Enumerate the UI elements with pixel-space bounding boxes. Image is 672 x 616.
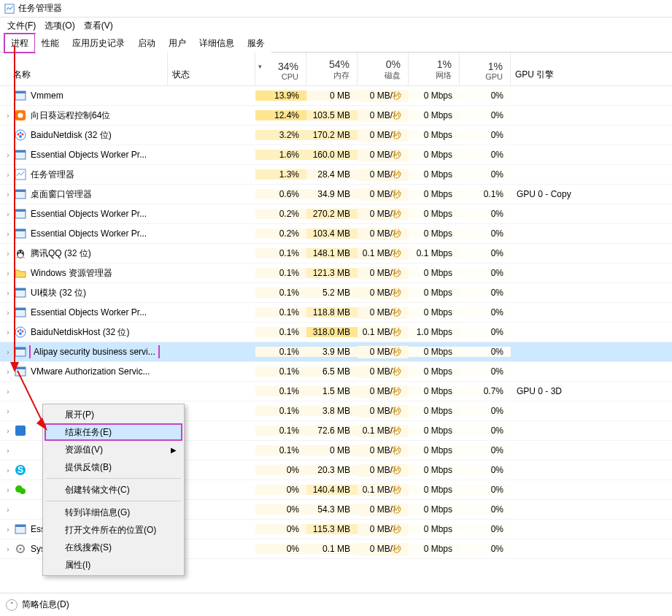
expand-chevron-icon[interactable]: › xyxy=(3,427,13,435)
process-row[interactable]: ›Alipay security business servi...0.1%3.… xyxy=(0,342,672,362)
expand-chevron-icon[interactable]: › xyxy=(3,545,13,553)
context-menu-item[interactable]: 打开文件所在的位置(O) xyxy=(45,521,182,539)
col-header-status[interactable]: 状态 xyxy=(168,53,255,85)
expand-chevron-icon[interactable]: › xyxy=(3,309,13,317)
context-menu-item[interactable]: 创建转储文件(C) xyxy=(45,481,182,498)
process-row[interactable]: ›0.1%1.5 MB0 MB/秒0 Mbps0.7%GPU 0 - 3D xyxy=(0,382,672,401)
menu-options[interactable]: 选项(O) xyxy=(40,18,79,34)
gpu-cell: 0% xyxy=(460,268,511,278)
gpu-cell: 0% xyxy=(460,524,511,534)
menu-file[interactable]: 文件(F) xyxy=(3,18,40,34)
expand-chevron-icon[interactable]: › xyxy=(3,171,13,179)
process-name: 任务管理器 xyxy=(31,169,74,181)
fewer-details-chevron-icon[interactable]: ˄ xyxy=(6,599,18,611)
process-row[interactable]: ›BaiduNetdiskHost (32 位)0.1%318.0 MB0.1 … xyxy=(0,323,672,342)
net-cell: 0 Mbps xyxy=(409,307,460,317)
expand-chevron-icon[interactable]: › xyxy=(3,269,13,277)
process-row[interactable]: ›Essential Objects Worker Pr...1.6%160.0… xyxy=(0,145,672,165)
col-header-mem[interactable]: 54%内存 xyxy=(306,53,358,85)
expand-chevron-icon[interactable]: › xyxy=(3,486,13,494)
process-row[interactable]: ›Windows 资源管理器0.1%121.3 MB0 MB/秒0 Mbps0% xyxy=(0,263,672,283)
svg-rect-11 xyxy=(15,150,26,153)
svg-point-6 xyxy=(18,134,20,136)
expand-chevron-icon[interactable]: › xyxy=(3,388,13,396)
process-icon xyxy=(15,287,26,299)
disk-cell: 0 MB/秒 xyxy=(358,464,409,477)
expand-chevron-icon[interactable]: › xyxy=(3,328,13,336)
disk-cell: 0.1 MB/秒 xyxy=(358,326,409,339)
expand-chevron-icon[interactable]: › xyxy=(3,407,13,415)
col-header-disk[interactable]: 0%磁盘 xyxy=(358,53,409,85)
tab-performance[interactable]: 性能 xyxy=(35,34,66,53)
process-row[interactable]: ›任务管理器1.3%28.4 MB0 MB/秒0 Mbps0% xyxy=(0,165,672,185)
col-header-cpu[interactable]: ▾34%CPU xyxy=(255,53,306,85)
tab-details[interactable]: 详细信息 xyxy=(193,34,241,53)
expand-chevron-icon[interactable]: › xyxy=(3,368,13,376)
col-header-gpu[interactable]: 1%GPU xyxy=(460,53,511,85)
process-row[interactable]: ›腾讯QQ (32 位)0.1%148.1 MB0.1 MB/秒0.1 Mbps… xyxy=(0,244,672,263)
svg-point-44 xyxy=(20,548,22,550)
context-menu-item[interactable]: 在线搜索(S) xyxy=(45,539,182,556)
net-cell: 0 Mbps xyxy=(409,406,460,416)
expand-chevron-icon[interactable]: › xyxy=(3,466,13,474)
process-row[interactable]: ›Essential Objects Worker Pr...0.2%103.4… xyxy=(0,224,672,244)
expand-chevron-icon[interactable]: › xyxy=(3,230,13,238)
cpu-cell: 0.1% xyxy=(255,445,306,455)
process-name: Alipay security business servi... xyxy=(31,345,158,358)
menu-view[interactable]: 查看(V) xyxy=(80,18,117,34)
process-name-cell: ›腾讯QQ (32 位) xyxy=(0,247,255,260)
disk-cell: 0 MB/秒 xyxy=(358,208,409,220)
context-menu-item[interactable]: 展开(P) xyxy=(45,406,182,423)
context-menu-item[interactable]: 资源值(V)▶ xyxy=(45,441,182,458)
process-row[interactable]: ›向日葵远程控制64位12.4%103.5 MB0 MB/秒0 Mbps0% xyxy=(0,106,672,126)
expand-chevron-icon[interactable]: › xyxy=(3,190,13,199)
net-cell: 0 Mbps xyxy=(409,169,460,180)
col-header-net[interactable]: 1%网络 xyxy=(409,53,460,85)
expand-chevron-icon[interactable]: › xyxy=(3,151,13,159)
process-icon xyxy=(15,169,26,180)
process-row[interactable]: BaiduNetdisk (32 位)3.2%170.2 MB0 MB/秒0 M… xyxy=(0,126,672,145)
tab-startup[interactable]: 启动 xyxy=(131,34,162,53)
expand-chevron-icon[interactable]: › xyxy=(3,210,13,218)
tab-apphistory[interactable]: 应用历史记录 xyxy=(66,34,131,53)
context-menu-item[interactable]: 属性(I) xyxy=(45,556,182,574)
process-row[interactable]: ›VMware Authorization Servic...0.1%6.5 M… xyxy=(0,362,672,382)
context-menu-item[interactable]: 转到详细信息(G) xyxy=(45,504,182,521)
expand-chevron-icon[interactable]: › xyxy=(3,112,13,120)
cpu-cell: 0% xyxy=(255,544,306,554)
expand-chevron-icon[interactable]: › xyxy=(3,447,13,455)
svg-rect-26 xyxy=(15,308,26,310)
context-menu-item[interactable]: 结束任务(E) xyxy=(45,423,182,441)
expand-chevron-icon[interactable]: › xyxy=(3,525,13,534)
net-cell: 0 Mbps xyxy=(409,544,460,554)
process-name-cell: ›Essential Objects Worker Pr... xyxy=(0,307,255,318)
process-name-cell: ›任务管理器 xyxy=(0,169,255,181)
disk-cell: 0 MB/秒 xyxy=(358,346,409,358)
process-row[interactable]: ›Essential Objects Worker Pr...0.1%118.8… xyxy=(0,303,672,323)
process-row[interactable]: ›桌面窗口管理器0.6%34.9 MB0 MB/秒0 Mbps0.1%GPU 0… xyxy=(0,185,672,204)
cpu-cell: 0.1% xyxy=(255,307,306,317)
svg-rect-2 xyxy=(15,91,26,93)
net-cell: 0 Mbps xyxy=(409,504,460,515)
expand-chevron-icon[interactable]: › xyxy=(3,348,13,356)
fewer-details-label[interactable]: 简略信息(D) xyxy=(22,598,69,611)
context-menu-item[interactable]: 提供反馈(B) xyxy=(45,458,182,476)
titlebar: 任务管理器 xyxy=(0,0,672,18)
expand-chevron-icon[interactable]: › xyxy=(3,250,13,258)
col-header-gpueng[interactable]: GPU 引擎 xyxy=(511,53,672,85)
tab-users[interactable]: 用户 xyxy=(162,34,193,53)
cpu-cell: 0.2% xyxy=(255,209,306,219)
tab-services[interactable]: 服务 xyxy=(241,34,271,53)
svg-point-40 xyxy=(20,488,26,494)
process-row[interactable]: Vmmem13.9%0 MB0 MB/秒0 Mbps0% xyxy=(0,86,672,106)
process-row[interactable]: ›UI模块 (32 位)0.1%5.2 MB0 MB/秒0 Mbps0% xyxy=(0,283,672,303)
process-row[interactable]: ›Essential Objects Worker Pr...0.2%270.2… xyxy=(0,204,672,224)
expand-chevron-icon[interactable]: › xyxy=(3,289,13,297)
process-name-cell: ›桌面窗口管理器 xyxy=(0,188,255,201)
tabbar: 进程 性能 应用历史记录 启动 用户 详细信息 服务 xyxy=(0,34,672,53)
svg-rect-24 xyxy=(15,288,26,290)
expand-chevron-icon[interactable]: › xyxy=(3,506,13,514)
gpu-cell: 0% xyxy=(460,169,511,180)
tab-processes[interactable]: 进程 xyxy=(4,34,35,53)
col-header-name[interactable]: 名称 xyxy=(0,53,168,85)
